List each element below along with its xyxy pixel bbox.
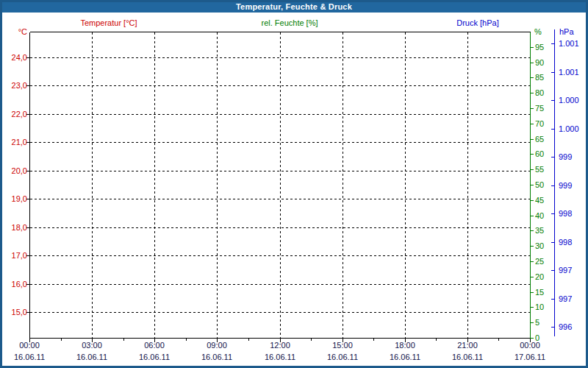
chart-plot-grid <box>0 0 588 368</box>
chart-window: Temperatur, Feuchte & Druck Temperatur [… <box>0 0 588 368</box>
